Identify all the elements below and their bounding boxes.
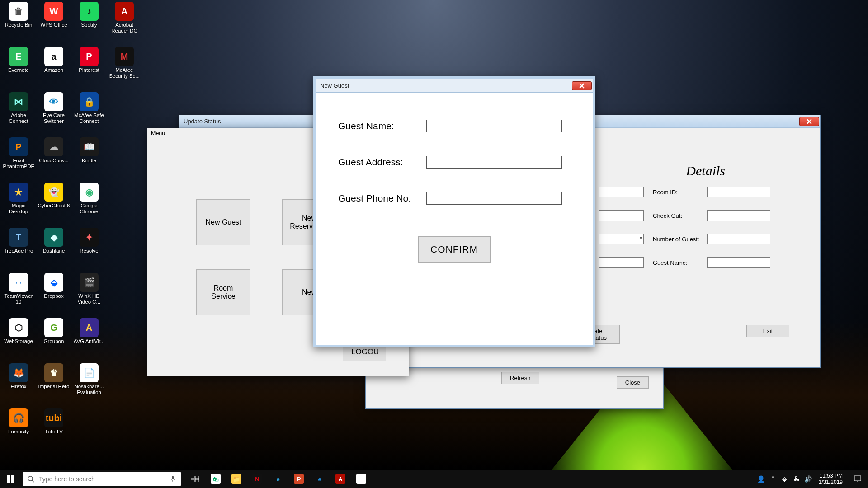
desktop-icon-label: Kindle bbox=[82, 158, 96, 164]
new-guest-button[interactable]: New Guest bbox=[196, 199, 250, 245]
taskbar-app-powerpoint[interactable]: P bbox=[288, 470, 309, 488]
close-icon[interactable] bbox=[572, 81, 592, 90]
desktop-icon[interactable]: ◉Google Chrome bbox=[72, 183, 106, 217]
app-icon: M bbox=[115, 47, 134, 66]
desktop-icon-label: Recycle Bin bbox=[5, 22, 33, 28]
taskbar-app-chrome[interactable]: ◉ bbox=[351, 470, 372, 488]
desktop-icon[interactable]: 📄Nosakhare... Evaluation bbox=[72, 363, 106, 398]
network-icon[interactable]: 🖧 bbox=[791, 470, 802, 488]
app-icon: ◆ bbox=[44, 228, 63, 247]
taskbar-app-edge[interactable]: e bbox=[309, 470, 330, 488]
taskbar-app-explorer[interactable]: 📁 bbox=[226, 470, 247, 488]
desktop-icon-label: Nosakhare... Evaluation bbox=[72, 384, 106, 395]
app-icon: 🦊 bbox=[9, 363, 28, 382]
desktop-icon[interactable]: ★Magic Desktop bbox=[1, 183, 36, 217]
app-icon: 📄 bbox=[80, 363, 99, 382]
clock[interactable]: 11:53 PM 1/31/2019 bbox=[814, 473, 847, 486]
input-guest-phone[interactable] bbox=[426, 192, 562, 205]
desktop-icon-label: McAfee Security Sc... bbox=[108, 67, 141, 79]
task-view-icon[interactable] bbox=[184, 470, 205, 488]
label-room-id: Room ID: bbox=[653, 189, 707, 196]
svg-rect-1 bbox=[11, 475, 14, 479]
desktop-icon[interactable]: EEvernote bbox=[1, 47, 36, 81]
input-guest-name[interactable] bbox=[426, 120, 562, 132]
desktop-icon[interactable]: 👁Eye Care Switcher bbox=[37, 92, 71, 127]
input-check-out[interactable] bbox=[707, 210, 770, 221]
desktop-icon[interactable]: ⬡WebStorage bbox=[1, 318, 36, 352]
mic-icon[interactable] bbox=[169, 475, 176, 483]
left-field-2[interactable] bbox=[599, 210, 644, 221]
people-icon[interactable]: 👤 bbox=[755, 470, 767, 488]
desktop-icon[interactable]: ↔TeamViewer 10 bbox=[1, 273, 36, 307]
desktop-icon[interactable]: 📖Kindle bbox=[72, 137, 106, 172]
svg-rect-10 bbox=[191, 479, 194, 482]
input-guest-name[interactable] bbox=[707, 257, 770, 268]
exit-button[interactable]: Exit bbox=[746, 325, 789, 337]
app-icon: G bbox=[44, 318, 63, 337]
left-field-1[interactable] bbox=[599, 187, 644, 197]
close-button[interactable]: Close bbox=[617, 376, 649, 389]
app-icon: ★ bbox=[9, 183, 28, 202]
desktop-icon[interactable]: TTreeAge Pro bbox=[1, 228, 36, 262]
app-icon: P bbox=[9, 137, 28, 156]
desktop-icon[interactable]: PPinterest bbox=[72, 47, 106, 81]
svg-rect-9 bbox=[195, 476, 199, 479]
app-icon: 👁 bbox=[44, 92, 63, 111]
desktop-icon[interactable]: ◆Dashlane bbox=[37, 228, 71, 262]
app-icon: A bbox=[115, 2, 134, 21]
svg-point-4 bbox=[28, 476, 33, 481]
desktop-icon[interactable]: ♛Imperial Hero bbox=[37, 363, 71, 398]
desktop-icon[interactable]: MMcAfee Security Sc... bbox=[107, 47, 142, 81]
desktop-icon[interactable]: 🎧Lumosity bbox=[1, 408, 36, 443]
taskbar-app-ie[interactable]: e bbox=[268, 470, 288, 488]
desktop-icon[interactable]: ☁CloudConv... bbox=[37, 137, 71, 172]
app-icon: a bbox=[44, 47, 63, 66]
room-service-button[interactable]: Room Service bbox=[196, 269, 250, 315]
start-button[interactable] bbox=[0, 470, 22, 488]
tray-chevron-icon[interactable]: ˄ bbox=[767, 470, 779, 488]
label-guest-name: Guest Name: bbox=[338, 121, 426, 131]
desktop-icon[interactable]: GGroupon bbox=[37, 318, 71, 352]
desktop-icon[interactable]: 👻CyberGhost 6 bbox=[37, 183, 71, 217]
desktop-icon-label: Firefox bbox=[10, 384, 26, 389]
desktop-icon[interactable]: 🎬WinX HD Video C... bbox=[72, 273, 106, 307]
app-icon: 🎬 bbox=[80, 273, 99, 292]
desktop-icon[interactable]: tubiTubi TV bbox=[37, 408, 71, 443]
left-field-4[interactable] bbox=[599, 257, 644, 268]
desktop-icon-label: Dropbox bbox=[44, 293, 63, 299]
close-icon[interactable] bbox=[799, 117, 819, 126]
desktop-icon[interactable]: ⬙Dropbox bbox=[37, 273, 71, 307]
desktop-icon[interactable]: 🔒McAfee Safe Connect bbox=[72, 92, 106, 127]
chevron-down-icon[interactable]: ▾ bbox=[640, 235, 642, 240]
dropbox-tray-icon[interactable]: ⬙ bbox=[779, 470, 791, 488]
desktop-icon[interactable]: ✦Resolve bbox=[72, 228, 106, 262]
taskbar-app-netflix[interactable]: N bbox=[247, 470, 268, 488]
confirm-button[interactable]: CONFIRM bbox=[418, 236, 491, 263]
desktop-icon-label: CyberGhost 6 bbox=[38, 203, 70, 209]
desktop-icon[interactable]: 🦊Firefox bbox=[1, 363, 36, 398]
desktop-icon[interactable]: AAVG AntiVir... bbox=[72, 318, 106, 352]
taskbar-app-store[interactable]: 🛍 bbox=[205, 470, 226, 488]
left-field-3-combo[interactable] bbox=[599, 234, 644, 244]
desktop-icon[interactable]: WWPS Office bbox=[37, 2, 71, 36]
desktop: 🗑Recycle BinEEvernote⋈Adobe ConnectPFoxi… bbox=[0, 0, 143, 455]
desktop-icon[interactable]: aAmazon bbox=[37, 47, 71, 81]
desktop-icon[interactable]: ♪Spotify bbox=[72, 2, 106, 36]
taskbar-app-acrobat[interactable]: A bbox=[330, 470, 351, 488]
titlebar-new-guest[interactable]: New Guest bbox=[316, 79, 593, 93]
menu-item[interactable]: Menu bbox=[151, 130, 165, 136]
input-num-guest[interactable] bbox=[707, 234, 770, 244]
input-guest-address[interactable] bbox=[426, 156, 562, 169]
refresh-button[interactable]: Refresh bbox=[501, 372, 539, 384]
desktop-icon[interactable]: ⋈Adobe Connect bbox=[1, 92, 36, 127]
search-input[interactable] bbox=[39, 475, 169, 483]
desktop-icon[interactable]: 🗑Recycle Bin bbox=[1, 2, 36, 36]
search-box[interactable] bbox=[23, 472, 181, 486]
input-room-id[interactable] bbox=[707, 187, 770, 197]
volume-icon[interactable]: 🔊 bbox=[802, 470, 814, 488]
desktop-icon[interactable]: PFoxit PhantomPDF bbox=[1, 137, 36, 172]
action-center-icon[interactable] bbox=[847, 470, 868, 488]
desktop-icon-label: Spotify bbox=[81, 22, 97, 28]
desktop-icon[interactable]: AAcrobat Reader DC bbox=[107, 2, 142, 36]
desktop-icon-label: Imperial Hero bbox=[38, 384, 69, 389]
